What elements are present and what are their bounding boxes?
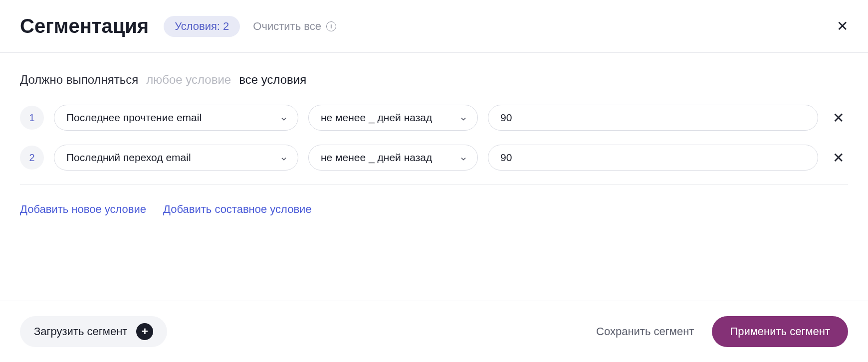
footer-actions: Сохранить сегмент Применить сегмент <box>596 316 848 347</box>
match-any-option[interactable]: любое условие <box>146 73 231 87</box>
condition-field-select[interactable]: Последний переход email <box>54 145 298 171</box>
condition-value-input[interactable] <box>488 105 818 131</box>
page-title: Сегментация <box>20 15 149 37</box>
add-links-row: Добавить новое условие Добавить составно… <box>20 203 848 216</box>
close-icon: ✕ <box>833 150 844 166</box>
clear-all-button[interactable]: Очистить все i <box>253 20 336 33</box>
divider <box>20 184 848 185</box>
condition-field-value: Последнее прочтение email <box>66 112 202 124</box>
condition-value-input[interactable] <box>488 145 818 171</box>
close-icon: ✕ <box>837 18 848 34</box>
load-segment-button[interactable]: Загрузить сегмент + <box>20 316 167 347</box>
save-segment-button[interactable]: Сохранить сегмент <box>596 325 694 338</box>
match-label: Должно выполняться <box>20 73 138 87</box>
condition-field-select[interactable]: Последнее прочтение email <box>54 105 298 131</box>
clear-all-label: Очистить все <box>253 20 321 33</box>
condition-number: 2 <box>20 146 44 170</box>
info-icon[interactable]: i <box>326 21 336 31</box>
dialog-footer: Загрузить сегмент + Сохранить сегмент Пр… <box>0 301 868 362</box>
condition-operator-value: не менее _ дней назад <box>321 152 432 164</box>
close-icon: ✕ <box>833 110 844 126</box>
condition-operator-select[interactable]: не менее _ дней назад <box>308 145 478 171</box>
content-area: Должно выполняться любое условие все усл… <box>0 53 868 216</box>
dialog-header: Сегментация Условия: 2 Очистить все i ✕ <box>0 0 868 53</box>
condition-field-value: Последний переход email <box>66 152 191 164</box>
chevron-down-icon <box>280 114 288 126</box>
load-segment-label: Загрузить сегмент <box>34 325 127 338</box>
match-mode-row: Должно выполняться любое условие все усл… <box>20 73 848 87</box>
remove-condition-button[interactable]: ✕ <box>828 150 848 166</box>
condition-row: 1 Последнее прочтение email не менее _ д… <box>20 105 848 131</box>
match-all-option[interactable]: все условия <box>239 73 306 87</box>
chevron-down-icon <box>459 154 467 166</box>
conditions-count-badge: Условия: 2 <box>164 16 240 37</box>
chevron-down-icon <box>459 114 467 126</box>
close-dialog-button[interactable]: ✕ <box>837 18 848 34</box>
chevron-down-icon <box>280 154 288 166</box>
condition-operator-value: не менее _ дней назад <box>321 112 432 124</box>
add-condition-link[interactable]: Добавить новое условие <box>20 203 146 216</box>
apply-segment-button[interactable]: Применить сегмент <box>712 316 848 347</box>
plus-icon: + <box>136 323 153 340</box>
condition-operator-select[interactable]: не менее _ дней назад <box>308 105 478 131</box>
remove-condition-button[interactable]: ✕ <box>828 110 848 126</box>
condition-row: 2 Последний переход email не менее _ дне… <box>20 145 848 171</box>
add-composite-condition-link[interactable]: Добавить составное условие <box>163 203 312 216</box>
condition-number: 1 <box>20 106 44 130</box>
